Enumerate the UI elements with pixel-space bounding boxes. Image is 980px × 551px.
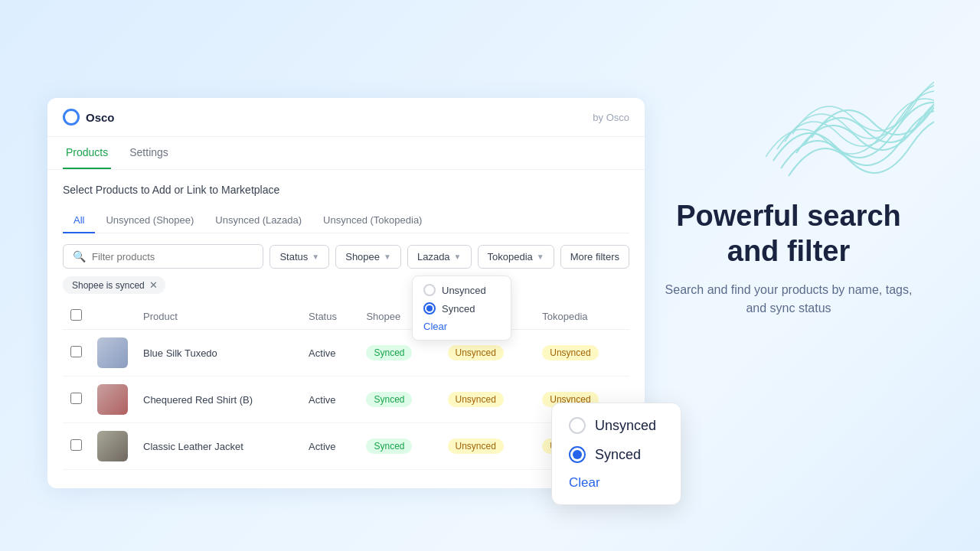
- small-dropdown-clear[interactable]: Clear: [423, 321, 500, 332]
- table-header-checkbox: [63, 303, 90, 330]
- row-1-checkbox[interactable]: [70, 346, 82, 357]
- search-icon: 🔍: [73, 250, 86, 262]
- search-box: 🔍: [63, 244, 263, 269]
- nav-item-products[interactable]: Products: [63, 137, 111, 169]
- table-header-status: Status: [301, 303, 358, 330]
- row-1-tokopedia: Unsynced: [534, 330, 629, 377]
- shopee-filter-button[interactable]: Shopee ▼: [335, 245, 401, 269]
- large-unsynced-radio[interactable]: [569, 417, 586, 434]
- status-arrow-icon: ▼: [312, 253, 319, 261]
- row-1-image: [97, 337, 128, 368]
- small-dropdown-unsynced-option[interactable]: Unsynced: [423, 284, 500, 296]
- row-3-product-name: Classic Leather Jacket: [136, 423, 301, 470]
- row-2-product-name: Chequered Red Shirt (B): [136, 377, 301, 423]
- select-all-checkbox[interactable]: [70, 309, 82, 321]
- products-table: Product Status Shopee Lazada Tokopedia B…: [63, 303, 629, 470]
- row-2-shopee: Synced: [358, 377, 439, 423]
- table-row: Classic Leather Jacket Active Synced Uns…: [63, 423, 629, 470]
- status-filter-button[interactable]: Status ▼: [270, 245, 329, 269]
- app-nav: Products Settings: [47, 137, 645, 170]
- logo-text: Osco: [86, 111, 115, 124]
- large-dropdown-synced-option[interactable]: Synced: [569, 446, 664, 463]
- row-2-status: Active: [301, 377, 358, 423]
- row-2-image: [97, 384, 128, 415]
- lazada-arrow-icon: ▼: [454, 253, 462, 261]
- filter-tab-unsynced-shopee[interactable]: Unsynced (Shopee): [95, 208, 204, 233]
- table-header-img: [90, 303, 136, 330]
- table-header-tokopedia: Tokopedia: [534, 303, 629, 330]
- filter-tab-unsynced-lazada[interactable]: Unsynced (Lazada): [204, 208, 312, 233]
- section-title: Select Products to Add or Link to Market…: [63, 184, 629, 196]
- by-osco-label: by Osco: [593, 112, 629, 123]
- row-3-shopee: Synced: [358, 423, 439, 470]
- nav-item-settings[interactable]: Settings: [126, 137, 172, 169]
- filter-tabs: All Unsynced (Shopee) Unsynced (Lazada) …: [63, 208, 629, 233]
- right-panel-heading: Powerful search and filter: [658, 199, 919, 269]
- row-1-product-name: Blue Silk Tuxedo: [136, 330, 301, 377]
- tokopedia-filter-button[interactable]: Tokopedia ▼: [478, 245, 554, 269]
- lazada-filter-button[interactable]: Lazada ▼: [407, 245, 472, 269]
- app-logo: Osco: [63, 109, 115, 126]
- row-2-checkbox[interactable]: [70, 393, 82, 404]
- shopee-filter-dropdown-small: Unsynced Synced Clear: [412, 276, 511, 341]
- filter-tab-all[interactable]: All: [63, 208, 95, 233]
- shopee-filter-dropdown-large: Unsynced Synced Clear: [551, 403, 681, 505]
- large-dropdown-clear[interactable]: Clear: [569, 475, 664, 491]
- right-panel: Powerful search and filter Search and fi…: [658, 199, 919, 318]
- search-input[interactable]: [92, 251, 253, 262]
- row-3-status: Active: [301, 423, 358, 470]
- row-3-lazada: Unsynced: [440, 423, 535, 470]
- filter-tab-unsynced-tokopedia[interactable]: Unsynced (Tokopedia): [312, 208, 433, 233]
- shopee-arrow-icon: ▼: [384, 253, 391, 261]
- row-3-checkbox[interactable]: [70, 439, 82, 451]
- table-row: Chequered Red Shirt (B) Active Synced Un…: [63, 377, 629, 423]
- small-synced-radio[interactable]: [423, 302, 436, 315]
- app-header: Osco by Osco: [47, 98, 645, 137]
- row-3-image: [97, 431, 128, 461]
- large-synced-radio[interactable]: [569, 446, 586, 463]
- right-panel-description: Search and find your products by name, t…: [658, 281, 919, 318]
- shopee-synced-filter-tag: Shopee is synced ✕: [63, 276, 165, 294]
- table-header-product: Product: [136, 303, 301, 330]
- more-filters-button[interactable]: More filters: [560, 245, 629, 269]
- row-1-status: Active: [301, 330, 358, 377]
- small-dropdown-synced-option[interactable]: Synced: [423, 302, 500, 315]
- small-unsynced-radio[interactable]: [423, 284, 436, 296]
- search-filter-row: 🔍 Status ▼ Shopee ▼ Lazada ▼ Tokopedia ▼…: [63, 244, 629, 269]
- large-dropdown-unsynced-option[interactable]: Unsynced: [569, 417, 664, 434]
- table-row: Blue Silk Tuxedo Active Synced Unsynced …: [63, 330, 629, 377]
- row-2-lazada: Unsynced: [440, 377, 535, 423]
- tokopedia-arrow-icon: ▼: [537, 253, 544, 261]
- logo-icon: [63, 109, 80, 126]
- filter-tag-close-icon[interactable]: ✕: [149, 279, 158, 291]
- wave-decoration: [766, 31, 934, 184]
- active-filters: Shopee is synced ✕: [63, 276, 629, 294]
